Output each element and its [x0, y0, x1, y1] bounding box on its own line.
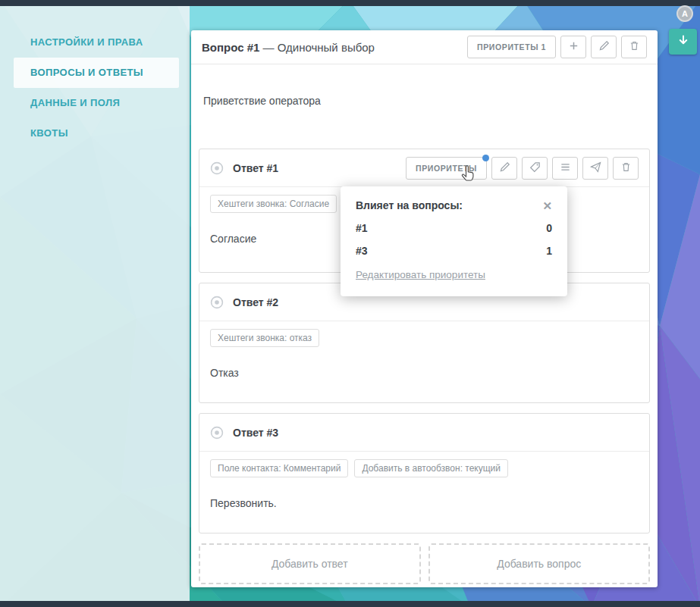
- add-question-button[interactable]: Добавить вопрос: [428, 543, 651, 584]
- sidebar-item-settings[interactable]: НАСТРОЙКИ И ПРАВА: [14, 27, 179, 58]
- sidebar-item-data-fields[interactable]: ДАННЫЕ И ПОЛЯ: [14, 88, 179, 118]
- answer-1-priorities-button[interactable]: ПРИОРИТЕТЫ: [406, 157, 487, 180]
- radio-icon: [210, 426, 224, 440]
- avatar[interactable]: A: [676, 5, 693, 22]
- popup-row-question: #3: [356, 245, 368, 257]
- radio-icon: [210, 296, 224, 309]
- edit-priorities-link[interactable]: Редактировать приоритеты: [356, 269, 485, 280]
- answer-3-header: Ответ #3: [199, 414, 649, 452]
- card-footer: Добавить ответ Добавить вопрос: [199, 543, 650, 584]
- popup-row-1: #1 0: [356, 222, 552, 234]
- question-type: — Одиночный выбор: [259, 41, 375, 54]
- answer-2-tags: Хештеги звонка: отказ: [199, 321, 649, 347]
- sidebar-item-questions[interactable]: ВОПРОСЫ И ОТВЕТЫ: [14, 58, 179, 88]
- send-icon: [590, 161, 601, 175]
- tags-answer-1-button[interactable]: [522, 157, 548, 180]
- question-priorities-button[interactable]: ПРИОРИТЕТЫ 1: [467, 36, 556, 58]
- edit-answer-1-button[interactable]: [491, 157, 517, 180]
- trash-icon: [629, 40, 640, 54]
- popup-title: Влияет на вопросы:: [356, 199, 463, 211]
- edit-question-button[interactable]: [591, 36, 617, 58]
- top-bar: [0, 0, 700, 6]
- question-title: Вопрос #1 — Одиночный выбор: [202, 41, 375, 54]
- add-answer-button[interactable]: Добавить ответ: [199, 543, 421, 584]
- tag-chip: Хештеги звонка: Согласие: [210, 195, 337, 213]
- priorities-notification-dot: [482, 155, 489, 161]
- plus-icon: [568, 40, 579, 54]
- answer-3-text: Перезвонить.: [199, 477, 649, 524]
- popup-row-question: #1: [356, 222, 368, 234]
- sidebar: НАСТРОЙКИ И ПРАВА ВОПРОСЫ И ОТВЕТЫ ДАННЫ…: [0, 6, 190, 601]
- priorities-popup: Влияет на вопросы: ✕ #1 0 #3 1 Редактиро…: [341, 186, 567, 296]
- delete-answer-1-button[interactable]: [613, 157, 639, 180]
- answer-card-2: Ответ #2 Хештеги звонка: отказ Отказ: [199, 283, 650, 403]
- question-text: Приветствие оператора: [191, 64, 658, 149]
- tag-chip: Добавить в автообзвон: текущий: [354, 459, 508, 477]
- question-number: Вопрос #1: [202, 41, 259, 54]
- bottom-bar: [0, 601, 700, 607]
- radio-icon: [210, 161, 224, 175]
- answer-2-title: Ответ #2: [233, 296, 278, 308]
- popup-row-2: #3 1: [356, 245, 552, 257]
- tag-chip: Хештеги звонка: отказ: [210, 329, 319, 347]
- pencil-icon: [598, 40, 610, 54]
- question-header: Вопрос #1 — Одиночный выбор ПРИОРИТЕТЫ 1: [191, 30, 658, 64]
- delete-question-button[interactable]: [621, 36, 647, 58]
- tag-chip: Поле контакта: Комментарий: [210, 459, 348, 477]
- list-answer-1-button[interactable]: [552, 157, 578, 180]
- scroll-down-button[interactable]: [669, 29, 697, 55]
- sidebar-item-quotas[interactable]: КВОТЫ: [14, 118, 179, 149]
- answer-1-header: Ответ #1 ПРИОРИТЕТЫ: [199, 149, 649, 187]
- answer-card-3: Ответ #3 Поле контакта: Комментарий Доба…: [199, 413, 650, 533]
- answer-1-title: Ответ #1: [233, 162, 278, 174]
- answer-2-text: Отказ: [199, 347, 649, 394]
- answer-3-title: Ответ #3: [233, 427, 278, 439]
- popup-row-value: 0: [546, 222, 552, 234]
- popup-row-value: 1: [546, 245, 552, 257]
- pencil-icon: [499, 161, 510, 175]
- add-button[interactable]: [560, 36, 586, 58]
- answer-1-priorities-label: ПРИОРИТЕТЫ: [416, 164, 477, 173]
- arrow-down-icon: [677, 34, 689, 49]
- list-icon: [560, 161, 571, 175]
- close-icon[interactable]: ✕: [542, 200, 552, 211]
- answer-3-tags: Поле контакта: Комментарий Добавить в ав…: [199, 452, 649, 477]
- question-card: Вопрос #1 — Одиночный выбор ПРИОРИТЕТЫ 1…: [191, 30, 658, 587]
- send-answer-1-button[interactable]: [582, 157, 608, 180]
- trash-icon: [620, 161, 632, 175]
- tag-icon: [529, 161, 541, 175]
